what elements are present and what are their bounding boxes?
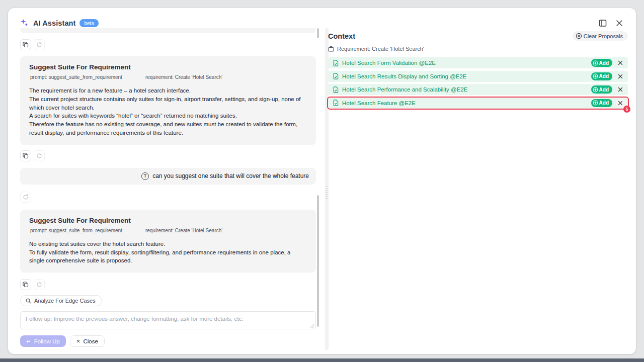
- copy-button[interactable]: [20, 150, 31, 161]
- card-line: To fully validate the form, result displ…: [29, 248, 307, 265]
- refresh-icon: [36, 282, 42, 288]
- add-label: Add: [599, 87, 609, 93]
- follow-up-label: Follow Up: [34, 338, 60, 344]
- requirement-meta: requirement: Create 'Hotel Search': [145, 74, 222, 80]
- refresh-icon: [36, 42, 42, 48]
- add-proposal-button[interactable]: Add: [591, 85, 612, 94]
- add-label: Add: [599, 60, 609, 66]
- panel-layout-icon: [599, 19, 607, 27]
- composer-buttons: ↵ Follow Up × Close: [20, 335, 316, 347]
- requirement-meta: requirement: Create 'Hotel Search': [145, 228, 222, 233]
- card-line: Therefore the feature has no existing te…: [29, 120, 307, 137]
- card-body: No existing test suites cover the hotel …: [29, 240, 307, 265]
- analyze-edge-cases-button[interactable]: Analyze For Edge Cases: [20, 295, 102, 306]
- regenerate-button[interactable]: [20, 192, 31, 203]
- add-proposal-button[interactable]: Add: [591, 72, 612, 80]
- return-icon: ↵: [26, 338, 31, 345]
- remove-proposal-button[interactable]: [616, 58, 625, 67]
- assistant-card: Suggest Suite For Requirement prompt: su…: [20, 210, 316, 273]
- annotation-badge: 5: [623, 106, 630, 113]
- close-panel-button[interactable]: [615, 19, 624, 28]
- proposal-row[interactable]: Hotel Search Results Display and Sorting…: [328, 71, 628, 82]
- ai-assistant-panel: AI Assistant beta: [8, 8, 636, 354]
- message-actions: [20, 150, 316, 161]
- briefcase-icon: [328, 46, 334, 52]
- regenerate-button[interactable]: [34, 39, 45, 50]
- resizer-grip-icon: [326, 186, 328, 199]
- close-icon: [618, 101, 623, 106]
- card-title: Suggest Suite For Requirement: [29, 63, 307, 71]
- proposal-row[interactable]: Hotel Search Performance and Scalability…: [328, 84, 628, 95]
- proposal-row[interactable]: Hotel Search Feature @E2E Add: [328, 98, 628, 109]
- followup-input[interactable]: [20, 311, 316, 329]
- chat-scrollbar[interactable]: [317, 195, 319, 327]
- copy-icon: [23, 153, 29, 159]
- remove-proposal-button[interactable]: [616, 85, 625, 94]
- card-meta: prompt: suggest_suite_from_requirement r…: [29, 228, 307, 233]
- add-proposal-button[interactable]: Add: [591, 59, 612, 67]
- message-actions: [20, 279, 316, 290]
- follow-up-button[interactable]: ↵ Follow Up: [20, 335, 66, 347]
- add-label: Add: [599, 100, 609, 106]
- copy-icon: [23, 282, 29, 288]
- plus-circle-icon: [593, 100, 598, 106]
- card-body: The requirement is for a new feature – a…: [29, 86, 307, 137]
- user-avatar: T: [141, 172, 149, 180]
- prompt-meta: prompt: suggest_suite_from_requirement: [30, 74, 122, 80]
- proposal-label: Hotel Search Results Display and Sorting…: [342, 73, 588, 79]
- close-icon: [618, 87, 623, 92]
- copy-button[interactable]: [20, 39, 31, 50]
- card-line: The requirement is for a new feature – a…: [29, 86, 307, 95]
- context-requirement: Requirement: Create 'Hotel Search': [328, 46, 628, 52]
- copy-button[interactable]: [20, 279, 31, 290]
- card-line: The current project structure contains o…: [29, 95, 307, 112]
- clipped-message-bubble: [20, 28, 316, 33]
- file-check-icon: [333, 60, 339, 66]
- message-actions: [20, 39, 316, 50]
- proposal-label: Hotel Search Form Validation @E2E: [342, 60, 588, 66]
- card-meta: prompt: suggest_suite_from_requirement r…: [29, 74, 307, 80]
- card-line: A search for suites with keywords “hotel…: [29, 112, 307, 120]
- proposal-row[interactable]: Hotel Search Form Validation @E2E Add: [328, 57, 628, 68]
- sparkles-icon: [20, 19, 29, 28]
- regenerate-button[interactable]: [34, 279, 45, 290]
- context-title: Context: [328, 32, 355, 40]
- search-icon: [26, 298, 31, 304]
- add-label: Add: [599, 73, 609, 79]
- user-message: T can you suggest one suite that will co…: [20, 168, 316, 185]
- refresh-icon: [36, 153, 42, 159]
- proposal-item-highlighted: Hotel Search Feature @E2E Add 5: [328, 98, 628, 109]
- clear-proposals-button[interactable]: Clear Proposals: [573, 31, 628, 41]
- toggle-sidebar-button[interactable]: [598, 18, 608, 28]
- x-circle-icon: [576, 33, 582, 39]
- requirement-label: Requirement: Create 'Hotel Search': [337, 46, 424, 52]
- proposal-item: Hotel Search Form Validation @E2E Add: [328, 57, 628, 68]
- regenerate-button[interactable]: [34, 150, 45, 161]
- chip-label: Analyze For Edge Cases: [34, 298, 96, 304]
- card-title: Suggest Suite For Requirement: [29, 217, 307, 224]
- close-icon: [618, 74, 623, 79]
- chat-scrollbar[interactable]: [317, 28, 319, 38]
- plus-circle-icon: [593, 87, 598, 93]
- remove-proposal-button[interactable]: [616, 72, 625, 81]
- prompt-meta: prompt: suggest_suite_from_requirement: [30, 228, 122, 233]
- proposal-label: Hotel Search Feature @E2E: [342, 100, 588, 106]
- clear-proposals-label: Clear Proposals: [584, 33, 623, 39]
- desktop-edge: [0, 358, 644, 362]
- close-button[interactable]: × Close: [70, 335, 105, 347]
- add-proposal-button[interactable]: Add: [591, 99, 612, 107]
- file-check-icon: [333, 73, 339, 79]
- close-icon: [618, 60, 623, 65]
- resize-handle[interactable]: [309, 323, 314, 328]
- message-actions: [20, 192, 316, 203]
- user-message-text: can you suggest one suite that will cove…: [152, 172, 309, 179]
- assistant-card: Suggest Suite For Requirement prompt: su…: [20, 56, 316, 145]
- close-label: Close: [83, 338, 98, 344]
- proposal-item: Hotel Search Results Display and Sorting…: [328, 71, 628, 82]
- beta-badge: beta: [79, 19, 98, 27]
- file-check-icon: [333, 86, 339, 93]
- remove-proposal-button[interactable]: [616, 99, 625, 108]
- close-icon: [616, 20, 623, 27]
- chat-column: Suggest Suite For Requirement prompt: su…: [20, 28, 316, 353]
- suggestion-row: Analyze For Edge Cases: [20, 295, 316, 306]
